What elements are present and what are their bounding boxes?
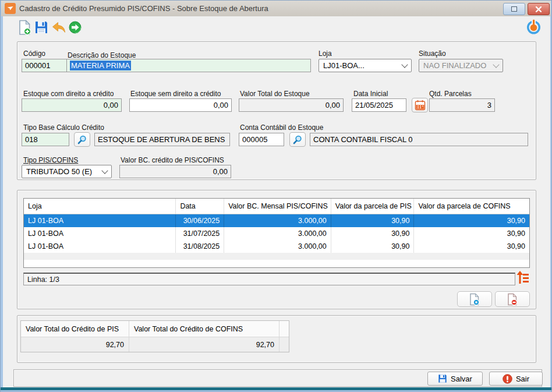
descricao-field[interactable]: MATERIA PRIMA [66,59,311,72]
col-header-parcela-cofins[interactable]: Valor da parcela de COFINS [414,199,529,214]
cell-parcela-cofins: 30,90 [414,227,529,240]
totals-value-spacer [279,337,289,352]
situacao-dropdown[interactable]: NAO FINALIZADO [419,59,503,72]
table-header-row: Loja Data Valor BC. Mensal PIS/COFINS Va… [24,199,529,214]
go-icon[interactable] [69,21,82,36]
cell-loja: LJ 01-BOA [24,214,176,227]
maximize-button[interactable] [503,3,525,15]
tipo-base-lookup-button[interactable] [74,132,90,147]
loja-value: LJ01-BOA... [323,61,365,70]
cell-loja: LJ 01-BOA [24,227,176,240]
salvar-button[interactable]: Salvar [427,372,483,386]
tipo-base-code-value: 018 [25,135,38,144]
loja-label: Loja [319,50,332,58]
new-record-icon[interactable] [18,20,31,38]
magnifier-icon [77,135,87,145]
tipo-base-code-field[interactable]: 018 [22,133,69,146]
cell-loja: LJ 01-BOA [24,240,176,253]
loja-dropdown[interactable]: LJ01-BOA... [319,59,412,72]
tipo-base-desc-field: ESTOQUE DE ABERTURA DE BENS [94,133,230,146]
form-groupbox: Código Descrição do Estoque Loja Situaçã… [17,41,536,180]
cell-valor-bc: 3.000,00 [224,227,331,240]
situacao-label: Situação [419,50,446,58]
cell-data: 31/07/2025 [176,227,224,240]
chevron-down-icon [493,61,499,68]
col-header-parcela-pis[interactable]: Valor da parcela de PIS [331,199,415,214]
col-header-data[interactable]: Data [176,199,224,214]
data-inicial-value: 21/05/2025 [355,101,393,110]
chevron-down-icon [101,167,108,174]
tipo-pis-cofins-dropdown[interactable]: TRIBUTADO 50 (E) [22,165,112,178]
conta-contabil-desc-field: CONTA CONTABIL FISCAL 0 [310,133,528,146]
close-button[interactable] [528,3,550,15]
codigo-label: Código [23,50,45,58]
conta-contabil-label: Conta Contábil do Estoque [240,123,323,132]
calendar-button[interactable] [412,98,428,112]
totals-grid: Valor Total do Crédito de PIS Valor Tota… [20,320,289,352]
bottom-accent-strip [1,387,552,390]
cell-valor-bc: 3.000,00 [224,214,331,227]
qtd-parcelas-value: 3 [487,101,491,110]
valor-bc-value: 0,00 [213,167,228,176]
tipo-base-desc-value: ESTOQUE DE ABERTURA DE BENS [98,135,225,144]
exclamation-circle-icon [503,374,512,384]
floppy-icon [438,374,447,383]
cell-parcela-pis: 30,90 [331,240,415,253]
estoque-com-field[interactable]: 0,00 [22,98,122,112]
totals-value-row: 92,70 92,70 [21,337,289,352]
valor-total-estoque-value: 0,00 [325,101,340,110]
cell-valor-bc: 3.000,00 [224,240,331,253]
sair-button[interactable]: Sair [489,372,543,386]
descricao-label: Descrição do Estoque [68,51,136,59]
situacao-value: NAO FINALIZADO [423,61,486,70]
maximize-icon [511,6,517,12]
codigo-field[interactable]: 000001 [22,59,67,72]
qtd-parcelas-label: Qtd. Parcelas [429,90,472,98]
total-pis-header: Valor Total do Crédito de PIS [21,321,129,337]
table-row[interactable]: LJ 01-BOA 30/06/2025 3.000,00 30,90 30,9… [24,214,529,227]
window-icon [5,3,16,14]
cell-parcela-cofins: 30,90 [414,214,529,227]
window-title: Cadastro de Crédito Presumido PIS/COFINS… [19,4,268,13]
undo-icon[interactable] [52,22,66,36]
totals-header-spacer [279,321,289,337]
chevron-down-icon [401,61,408,68]
total-cofins-header: Valor Total do Crédito de COFINS [129,321,279,337]
document-delete-icon [507,293,518,306]
descricao-value: MATERIA PRIMA [70,61,131,70]
conta-contabil-lookup-button[interactable] [289,132,306,147]
salvar-label: Salvar [451,375,472,383]
table-row[interactable]: LJ 01-BOA 31/07/2025 3.000,00 30,90 30,9… [24,227,529,240]
codigo-value: 000001 [25,61,50,70]
conta-contabil-code-field[interactable]: 000005 [239,133,284,146]
save-icon[interactable] [34,20,48,37]
valor-bc-label: Valor BC. crédito de PIS/COFINS [121,156,224,164]
app-window: Cadastro de Crédito Presumido PIS/COFINS… [0,0,552,392]
estoque-com-label: Estoque com direito a crédito [23,90,114,98]
estoque-sem-field[interactable]: 0,00 [129,98,232,112]
scroll-top-icon[interactable] [516,270,529,287]
grid-groupbox: Loja Data Valor BC. Mensal PIS/COFINS Va… [17,190,536,309]
close-icon [535,6,542,13]
grid-status-bar: Linha: 1/3 [23,273,515,285]
timer-icon[interactable] [526,19,541,37]
magnifier-icon [292,135,303,145]
cell-data: 31/08/2025 [176,240,224,253]
tipo-pis-cofins-label[interactable]: Tipo PIS/COFINS [23,156,78,164]
cell-parcela-cofins: 30,90 [414,240,529,253]
col-header-valor-bc[interactable]: Valor BC. Mensal PIS/COFINS [224,199,331,214]
table-row[interactable]: LJ 01-BOA 31/08/2025 3.000,00 30,90 30,9… [24,240,529,253]
delete-row-button[interactable] [495,291,530,307]
data-inicial-label: Data Inicial [353,90,388,98]
data-inicial-field[interactable]: 21/05/2025 [352,98,406,112]
estoque-sem-value: 0,00 [214,101,228,110]
total-pis-value: 92,70 [21,337,129,352]
add-row-button[interactable] [457,291,492,307]
total-cofins-value: 92,70 [129,337,279,352]
valor-total-estoque-field: 0,00 [239,98,344,112]
calendar-icon [415,100,426,111]
col-header-loja[interactable]: Loja [24,199,176,214]
cell-parcela-pis: 30,90 [331,227,415,240]
table-empty-strip [24,253,529,260]
document-add-icon [469,293,480,306]
